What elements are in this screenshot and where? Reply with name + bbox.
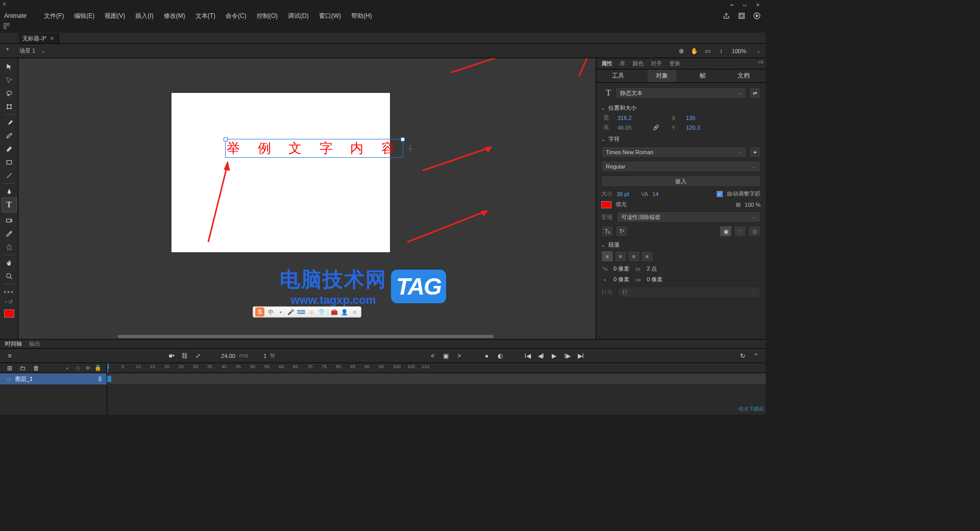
center-stage-icon[interactable]: ⊕ [677,46,686,56]
minimize-button[interactable]: ━ [726,2,737,9]
menu-edit[interactable]: 编辑(E) [69,11,100,21]
hand-tool[interactable] [2,256,16,270]
stack-icon[interactable]: ≡ [5,351,14,360]
horizontal-scrollbar[interactable] [118,334,494,339]
height-value[interactable]: 46.05 [618,125,648,131]
ime-skin-icon[interactable]: 👕 [317,309,326,316]
ime-mic-icon[interactable]: 🎤 [287,309,295,316]
ime-user-icon[interactable]: 👤 [340,309,349,316]
menu-debug[interactable]: 调试(D) [283,11,314,21]
lock-icon[interactable]: 🔒 [94,365,102,372]
corner-icon[interactable] [3,22,12,32]
font-style-select[interactable]: Regular ⌄ [601,161,761,172]
y-value[interactable]: 120.3 [686,125,717,131]
paintbrush-tool[interactable] [2,129,16,142]
layer-row[interactable]: ▭ 图层_1 [0,373,107,384]
selection-tool[interactable] [2,60,16,74]
connect-icon[interactable]: ◇ [74,365,81,372]
panel-tab-library[interactable]: 库 [620,60,625,67]
step-forward-icon[interactable]: I▶ [563,351,572,360]
text-direction-button[interactable]: ⇄ [749,87,761,99]
font-family-select[interactable]: Times New Roman ⌄ [601,147,746,158]
subtab-document[interactable]: 文档 [729,69,758,82]
rotate-stage-icon[interactable]: ✋ [690,46,699,56]
timeline-ruler[interactable]: 1510152025303540455055606570758085909510… [107,364,766,372]
play-icon[interactable] [752,11,762,20]
goto-last-icon[interactable]: ▶I [576,351,585,360]
panel-tab-properties[interactable]: 属性 [601,60,612,67]
fit-stage-icon[interactable]: ↕ [717,46,726,56]
menu-insert[interactable]: 插入(I) [130,11,158,21]
canvas[interactable]: 举 例 文 字 内 容 ┼ [172,93,390,252]
superscript-button[interactable]: T¹ [616,226,628,237]
delete-layer-icon[interactable]: 🗑 [32,364,41,373]
visible-icon[interactable]: 👁 [84,365,91,372]
zoom-dropdown-icon[interactable]: ⌄ [756,49,761,54]
subtab-object[interactable]: 对象 [648,69,676,82]
eyedropper-tool[interactable] [2,227,16,240]
rectangle-tool[interactable] [2,156,16,169]
render-select[interactable]: 可读性消除锯齿 ⌄ [617,211,761,223]
font-more-button[interactable]: ✦ [749,147,761,158]
menu-window[interactable]: 窗口(W) [314,11,346,21]
onion-outline-icon[interactable]: ◐ [496,351,505,360]
size-value[interactable]: 38 pt [617,191,637,197]
subselection-tool[interactable] [2,74,16,87]
timeline-zoom-icon[interactable]: ⌃ [751,351,761,360]
workspace-icon[interactable] [737,11,746,20]
brush-tool[interactable] [2,116,16,129]
spacing-value[interactable]: 14 [652,191,673,197]
text-tool[interactable]: T [2,198,16,211]
graph-icon[interactable]: ⤢ [193,351,203,360]
align-center-button[interactable]: ≡ [615,251,627,262]
autokern-checkbox[interactable]: ✓ [717,191,723,197]
free-transform-tool[interactable] [2,100,16,113]
menu-command[interactable]: 命令(C) [220,11,252,21]
doc-tab-close-icon[interactable]: ✕ [50,35,54,42]
add-folder-icon[interactable]: 🗀 [18,364,28,373]
layer-name[interactable]: 图层_1 [15,375,33,383]
ime-settings-icon[interactable]: ≡ [351,309,359,315]
subtab-tool[interactable]: 工具 [604,69,632,82]
maximize-button[interactable]: ▭ [739,2,750,9]
insert-keyframe-icon[interactable]: ▣ [442,351,451,360]
loop-icon[interactable]: ↻ [738,351,747,360]
clip-stage-icon[interactable]: ▭ [703,46,713,56]
first-frame-icon[interactable]: < [428,351,437,360]
section-character[interactable]: ⌄ 字符 [601,135,761,143]
doc-tab[interactable]: 无标题-3* ✕ [18,33,59,43]
camera-icon[interactable]: ■• [167,351,176,360]
step-back-icon[interactable]: ◀I [536,351,546,360]
keyframe[interactable] [107,376,111,382]
output-tab[interactable]: 输出 [29,340,40,348]
section-paragraph[interactable]: ⌄ 段落 [601,241,761,249]
camera-tool[interactable] [2,214,16,227]
lasso-tool[interactable] [2,87,16,100]
fps-value[interactable]: 24.00 [221,353,235,359]
timeline-tab[interactable]: 时间轴 [5,340,22,348]
behavior-select[interactable]: 行 ⌄ [618,286,761,298]
section-position-size[interactable]: ⌄ 位置和大小 [601,104,761,112]
eraser-tool[interactable] [2,142,16,156]
menu-help[interactable]: 帮助(H) [346,11,377,21]
zoom-value[interactable]: 100% [732,48,746,54]
play-icon[interactable]: ▶ [550,351,559,360]
onion-skin-icon[interactable]: ● [482,351,492,360]
zoom-tool[interactable] [2,270,16,283]
ime-keyboard-icon[interactable]: ⌨ [297,309,305,316]
panel-more-icon[interactable]: »≡ [758,59,764,65]
pin-tool[interactable] [2,240,16,254]
close-icon[interactable]: ✕ [2,1,10,9]
pen-tool[interactable] [2,185,16,198]
playhead[interactable] [107,363,108,373]
fill-color-swatch[interactable] [4,309,14,318]
align-right-button[interactable]: ≡ [628,251,640,262]
fill-color-swatch[interactable] [601,201,611,208]
menu-text[interactable]: 文本(T) [190,11,220,21]
selectable-button[interactable]: ▣ [720,226,732,237]
bone-icon[interactable]: ⛓ [180,351,189,360]
ime-emoji-icon[interactable]: ☺ [307,309,315,315]
scene-name[interactable]: 场景 1 [19,47,35,55]
link-lock-icon[interactable]: 🔗 [652,124,659,131]
width-value[interactable]: 316.2 [618,115,648,121]
